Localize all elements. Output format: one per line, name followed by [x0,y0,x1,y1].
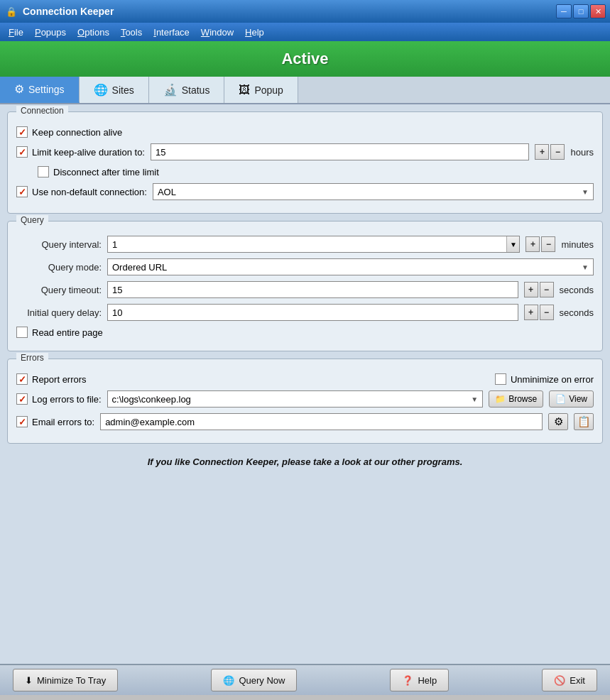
main-content: Connection Keep connection alive Limit k… [0,104,610,664]
menu-file[interactable]: File [3,26,29,39]
query-mode-label: Query mode: [16,262,102,273]
app-title: Connection Keeper [23,6,114,17]
tab-popup[interactable]: 🖼 Popup [224,77,298,103]
unminimize-label: Unminimize on error [511,374,594,385]
query-interval-label: Query interval: [16,239,102,250]
limit-duration-label: Limit keep-alive duration to: [32,147,145,158]
email-errors-label: Email errors to: [32,417,94,427]
connection-section-title: Connection [16,106,68,116]
log-errors-row: Log errors to file: c:\logs\conkeep.log … [16,388,594,410]
query-timeout-spinner: + − [524,282,554,297]
popup-icon: 🖼 [239,84,250,97]
title-bar-left: 🔒 Connection Keeper [4,4,114,18]
email-errors-container[interactable]: Email errors to: [16,416,94,427]
sites-icon: 🌐 [94,83,108,97]
report-errors-container[interactable]: Report errors [16,373,87,385]
initial-delay-unit: seconds [560,307,594,318]
menu-options[interactable]: Options [72,26,115,39]
tab-status[interactable]: 🔬 Status [149,77,225,103]
initial-delay-input[interactable] [107,304,518,321]
disconnect-label: Disconnect after time limit [53,167,159,177]
read-entire-page-container[interactable]: Read entire page [16,327,103,338]
limit-duration-input[interactable] [151,143,529,160]
limit-duration-minus[interactable]: − [550,144,565,160]
bottom-toolbar: ⬇ Minimize To Tray 🌐 Query Now ❓ Help 🚫 … [0,664,610,695]
unminimize-checkbox[interactable] [495,373,506,385]
minimize-tray-button[interactable]: ⬇ Minimize To Tray [13,669,118,691]
query-interval-combo: ▼ [107,236,520,253]
tab-sites[interactable]: 🌐 Sites [80,77,149,103]
query-timeout-minus[interactable]: − [540,282,554,297]
keep-alive-checkbox[interactable] [16,126,28,138]
log-errors-container[interactable]: Log errors to file: [16,393,102,405]
view-button[interactable]: 📄 View [549,390,594,408]
maximize-button[interactable]: □ [573,4,589,18]
disconnect-checkbox[interactable] [38,166,49,177]
app-icon: 🔒 [4,4,18,18]
exit-button[interactable]: 🚫 Exit [542,669,597,691]
tab-popup-label: Popup [254,84,283,96]
title-bar: 🔒 Connection Keeper ─ □ ✕ [0,0,610,23]
query-now-icon: 🌐 [223,675,234,686]
query-timeout-input[interactable] [107,281,518,298]
help-icon: ❓ [402,675,413,686]
tab-settings-label: Settings [28,84,65,95]
close-button[interactable]: ✕ [590,4,606,18]
browse-icon: 📁 [495,394,506,404]
limit-duration-checkbox[interactable] [16,146,28,158]
non-default-checkbox-container[interactable]: Use non-default connection: [16,186,147,197]
query-now-button[interactable]: 🌐 Query Now [211,669,297,691]
email-errors-checkbox[interactable] [16,416,28,427]
browse-button[interactable]: 📁 Browse [489,390,543,408]
help-label: Help [418,675,437,686]
log-file-value: c:\logs\conkeep.log [112,394,191,405]
limit-duration-unit: hours [570,147,594,158]
disconnect-checkbox-container[interactable]: Disconnect after time limit [38,166,159,177]
email-errors-input[interactable] [100,413,543,430]
tab-settings[interactable]: ⚙ Settings [0,77,80,103]
minimize-tray-label: Minimize To Tray [37,675,106,686]
disconnect-row: Disconnect after time limit [16,163,594,180]
title-bar-controls: ─ □ ✕ [556,4,606,18]
menu-window[interactable]: Window [195,26,239,39]
query-interval-plus[interactable]: + [525,236,540,252]
menu-tools[interactable]: Tools [115,26,148,39]
gear-icon: ⚙ [554,415,563,428]
limit-duration-checkbox-container[interactable]: Limit keep-alive duration to: [16,146,145,158]
minimize-button[interactable]: ─ [556,4,572,18]
report-errors-checkbox[interactable] [16,373,28,385]
menu-popups[interactable]: Popups [29,26,72,39]
query-mode-dropdown[interactable]: Ordered URL ▼ [107,258,594,275]
limit-duration-plus[interactable]: + [535,144,549,160]
query-interval-dropdown-btn[interactable]: ▼ [506,236,519,252]
non-default-checkbox[interactable] [16,186,28,197]
help-button[interactable]: ❓ Help [390,669,449,691]
read-entire-page-label: Read entire page [32,327,103,338]
query-timeout-plus[interactable]: + [524,282,538,297]
keep-alive-checkbox-container[interactable]: Keep connection alive [16,126,122,138]
log-errors-checkbox[interactable] [16,393,28,405]
query-interval-input[interactable] [108,236,506,252]
read-entire-page-checkbox[interactable] [16,327,28,338]
email-config-button[interactable]: ⚙ [548,413,568,430]
email-template-button[interactable]: 📋 [574,413,594,430]
keep-alive-label: Keep connection alive [32,127,122,138]
query-mode-value: Ordered URL [112,262,167,273]
connection-content: Keep connection alive Limit keep-alive d… [16,124,594,203]
non-default-dropdown[interactable]: AOL ▼ [153,183,594,200]
initial-delay-row: Initial query delay: + − seconds [16,301,594,324]
query-interval-minus[interactable]: − [541,236,555,252]
log-file-dropdown[interactable]: c:\logs\conkeep.log ▼ [107,390,484,408]
menu-interface[interactable]: Interface [148,26,195,39]
errors-section: Errors Report errors Unminimize on error [7,359,603,444]
unminimize-container[interactable]: Unminimize on error [495,373,594,385]
initial-delay-minus[interactable]: − [540,305,554,320]
query-timeout-unit: seconds [560,285,594,295]
non-default-row: Use non-default connection: AOL ▼ [16,180,594,203]
footer-message: If you like Connection Keeper, please ta… [148,456,463,467]
settings-icon: ⚙ [14,82,24,96]
initial-delay-plus[interactable]: + [524,305,538,320]
menu-help[interactable]: Help [239,26,270,39]
query-content: Query interval: ▼ + − minutes Query mode… [16,233,594,341]
initial-delay-label: Initial query delay: [16,307,102,318]
